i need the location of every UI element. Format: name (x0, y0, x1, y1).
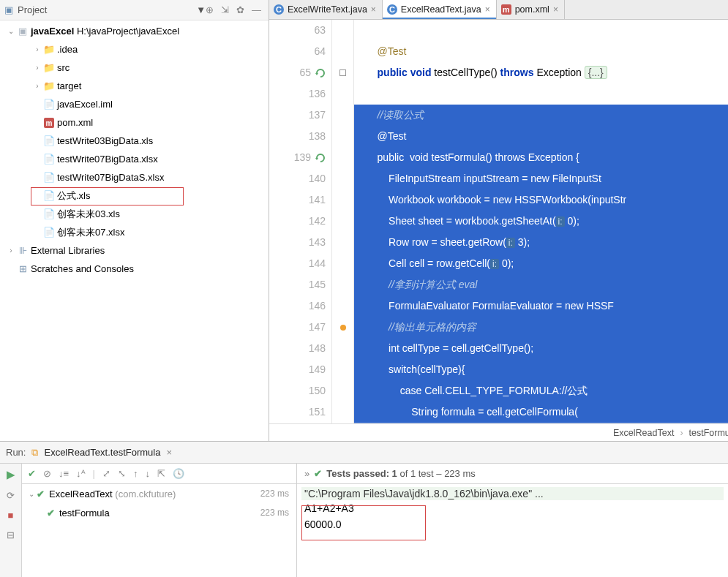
project-tree[interactable]: ⌄ ▣ javaExcel H:\javaProject\javaExcel ›… (0, 20, 269, 441)
chevron-down-icon[interactable]: ⌄ (26, 490, 37, 498)
code-line[interactable]: //拿到计算公式 eval (354, 274, 728, 295)
export-icon[interactable]: ⇱ (157, 468, 165, 479)
gutter-mark[interactable] (332, 62, 353, 83)
tree-item[interactable]: ›📁target (0, 77, 269, 95)
show-passed-icon[interactable]: ✔ (28, 468, 36, 479)
run-config-name[interactable]: ExcelReadText.testFormula (44, 447, 160, 458)
gutter-mark[interactable] (332, 41, 353, 62)
expand-all-icon[interactable]: ⤢ (102, 468, 110, 479)
locate-icon[interactable]: ⊕ (206, 4, 214, 15)
prev-icon[interactable]: ↑ (133, 468, 138, 479)
chevron-right-icon[interactable]: › (32, 82, 42, 90)
vcs-change-icon[interactable] (315, 153, 326, 163)
test-tree-root[interactable]: ⌄ ✔ ExcelReadText (com.ckfuture) 223 ms (22, 484, 296, 503)
code-line[interactable]: FileInputStream inputStream = new FileIn… (354, 168, 728, 189)
project-title[interactable]: Project (18, 4, 193, 15)
gutter-mark[interactable] (332, 168, 353, 189)
gutter-mark[interactable] (332, 232, 353, 253)
tree-item[interactable]: 📄公式.xls (0, 186, 269, 205)
line-number[interactable]: 140 (269, 168, 326, 189)
gutter-mark[interactable] (332, 274, 353, 295)
test-tree[interactable]: ⌄ ✔ ExcelReadText (com.ckfuture) 223 ms … (22, 484, 296, 577)
chevron-right-icon[interactable]: › (6, 246, 16, 254)
code-line[interactable]: //输出单元格的内容 (354, 317, 728, 338)
fold-icon[interactable] (339, 69, 346, 76)
code-line[interactable]: public void testCellType() throws Except… (354, 62, 728, 83)
tree-item[interactable]: ›📁.idea (0, 40, 269, 59)
gutter-mark[interactable] (332, 380, 353, 401)
show-ignored-icon[interactable]: ⊘ (43, 468, 51, 479)
line-number[interactable]: 147 (269, 317, 326, 338)
editor-tab[interactable]: CExcelReadText.java× (383, 0, 497, 19)
sort-alpha-icon[interactable]: ↓ᴬ (76, 468, 86, 479)
code-area[interactable]: @Test public void testCellType() throws … (354, 20, 728, 423)
line-number[interactable]: 151 (269, 401, 326, 423)
code-line[interactable]: String formula = cell.getCellFormula( (354, 401, 728, 423)
gutter-mark[interactable] (332, 359, 353, 380)
gutter-mark[interactable] (332, 189, 353, 211)
line-number[interactable]: 137 (269, 105, 326, 126)
code-line[interactable]: System out println(formula); (354, 423, 728, 423)
gear-icon[interactable]: ✿ (236, 4, 244, 15)
sort-icon[interactable]: ↓≡ (59, 468, 69, 479)
tree-item[interactable]: mpom.xml (0, 113, 269, 132)
project-dropdown-icon[interactable]: ▼ (196, 4, 206, 15)
tree-item[interactable]: 📄创客未来03.xls (0, 205, 269, 223)
chevron-right-icon[interactable]: › (32, 45, 42, 53)
code-line[interactable]: Row row = sheet.getRow(i: 3); (354, 232, 728, 253)
line-number[interactable]: 142 (269, 211, 326, 232)
line-number[interactable]: 138 (269, 126, 326, 147)
close-icon[interactable]: × (166, 447, 172, 458)
tree-item[interactable]: 📄javaExcel.iml (0, 95, 269, 113)
gutter-mark[interactable] (332, 147, 353, 168)
history-icon[interactable]: 🕓 (173, 468, 184, 479)
tree-item[interactable]: 📄testWrite07BigData.xlsx (0, 150, 269, 168)
close-icon[interactable]: × (485, 4, 490, 15)
tree-item[interactable]: 📄testWrite07BigDataS.xlsx (0, 168, 269, 186)
code-line[interactable]: Workbook workbook = new HSSFWorkbook(inp… (354, 189, 728, 211)
tree-item[interactable]: 📄创客未来07.xlsx (0, 223, 269, 241)
code-line[interactable]: public void testFormula() throws Excepti… (354, 147, 728, 168)
code-line[interactable]: //读取公式 (354, 105, 728, 126)
code-line[interactable]: FormulaEvaluator FormulaEvaluator = new … (354, 295, 728, 317)
gutter-mark[interactable] (332, 295, 353, 317)
breadcrumb-class[interactable]: ExcelReadText (613, 428, 674, 438)
gutter-mark[interactable] (332, 401, 353, 423)
editor-body[interactable]: 6364651361371381391401411421431441451461… (269, 20, 728, 423)
gutter-mark[interactable] (332, 253, 353, 274)
console-output[interactable]: "C:\Program Files\Java\jdk1.8.0_162\bin\… (297, 484, 728, 577)
close-icon[interactable]: × (371, 4, 376, 15)
collapse-all-icon[interactable]: ⤡ (118, 468, 126, 479)
breadcrumb[interactable]: ExcelReadText › testFormula() (269, 423, 728, 441)
line-number[interactable]: 149 (269, 359, 326, 380)
line-number[interactable]: 64 (269, 41, 326, 62)
line-number[interactable]: 144 (269, 253, 326, 274)
code-line[interactable]: @Test (354, 126, 728, 147)
line-number[interactable]: 141 (269, 189, 326, 211)
line-number[interactable]: 143 (269, 232, 326, 253)
stop-icon[interactable]: ■ (4, 510, 18, 521)
line-number[interactable]: 139 (269, 147, 326, 168)
fold-region[interactable]: {...} (585, 66, 607, 79)
close-icon[interactable]: × (553, 4, 558, 15)
external-libraries[interactable]: › ⊪ External Libraries (0, 241, 269, 260)
code-line[interactable]: switch(cellType){ (354, 359, 728, 380)
gutter-mark[interactable] (332, 83, 353, 105)
line-gutter[interactable]: 6364651361371381391401411421431441451461… (269, 20, 332, 423)
tree-item[interactable]: ›📁src (0, 59, 269, 77)
gutter-mark[interactable] (332, 105, 353, 126)
line-number[interactable]: 145 (269, 274, 326, 295)
code-line[interactable]: @Test (354, 41, 728, 62)
chevron-right-icon[interactable]: › (32, 64, 42, 72)
toggle-icon[interactable]: ⟳ (4, 490, 18, 501)
line-number[interactable]: 148 (269, 338, 326, 359)
line-number[interactable]: 146 (269, 295, 326, 317)
expand-icon[interactable]: ⇲ (221, 4, 229, 15)
gutter-mark[interactable] (332, 20, 353, 41)
layout-icon[interactable]: ⊟ (4, 529, 18, 540)
code-line[interactable]: Sheet sheet = workbook.getSheetAt(i: 0); (354, 211, 728, 232)
code-line[interactable]: case Cell.CELL_TYPE_FORMULA://公式 (354, 380, 728, 401)
vcs-change-icon[interactable] (315, 68, 326, 78)
tree-item[interactable]: 📄testWrite03BigData.xls (0, 132, 269, 150)
line-number[interactable]: 63 (269, 20, 326, 41)
